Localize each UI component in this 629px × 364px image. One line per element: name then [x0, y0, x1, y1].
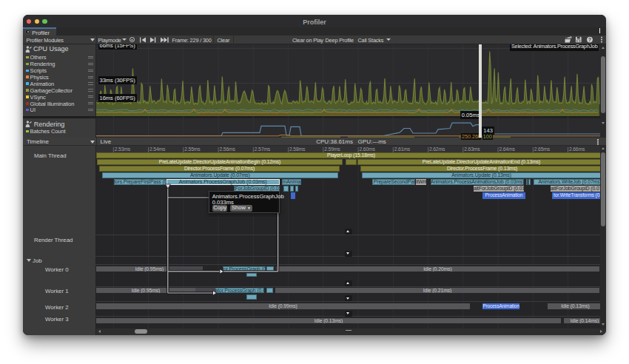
svg-text:?: ?	[588, 37, 591, 42]
